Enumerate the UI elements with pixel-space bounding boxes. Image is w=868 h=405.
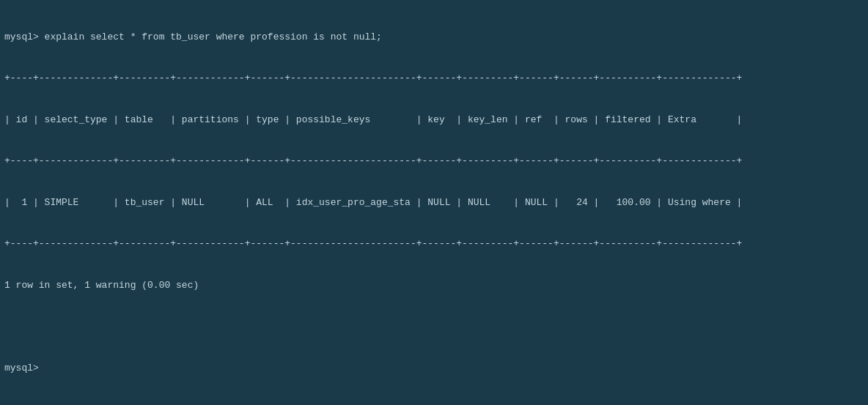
line-8	[4, 320, 864, 334]
line-3: | id | select_type | table | partitions …	[4, 114, 864, 127]
line-5: | 1 | SIMPLE | tb_user | NULL | ALL | id…	[4, 196, 864, 210]
line-6: +----+-------------+---------+----------…	[4, 237, 864, 251]
line-9: mysql>	[4, 362, 864, 376]
terminal-container: mysql> explain select * from tb_user whe…	[0, 0, 868, 405]
line-4: +----+-------------+---------+----------…	[4, 155, 864, 168]
line-1: mysql> explain select * from tb_user whe…	[4, 31, 864, 45]
line-2: +----+-------------+---------+----------…	[4, 72, 864, 86]
line-7: 1 row in set, 1 warning (0.00 sec)	[4, 279, 864, 293]
